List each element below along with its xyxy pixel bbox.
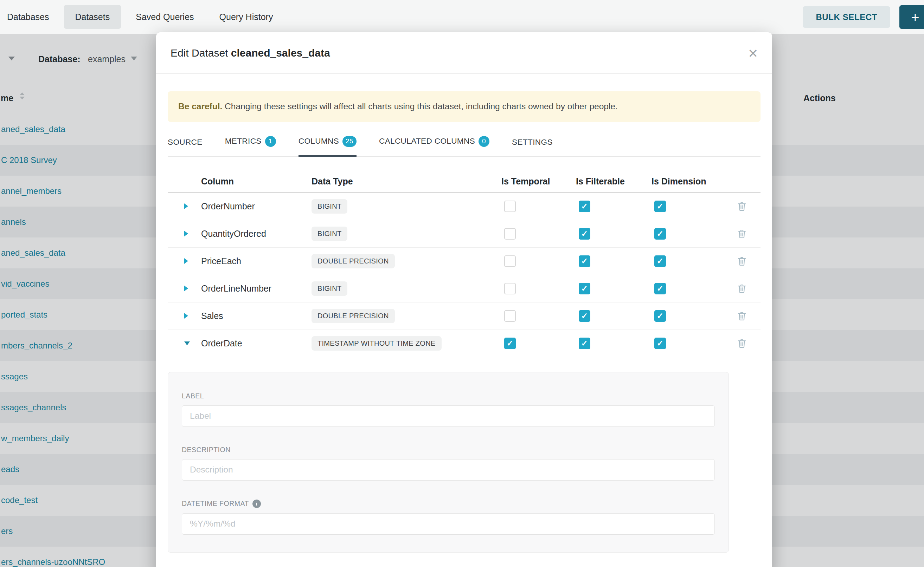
caret-down-icon <box>184 342 190 345</box>
warning-banner: Be careful. Changing these settings will… <box>168 92 760 122</box>
data-type-pill: TIMESTAMP WITHOUT TIME ZONE <box>312 336 442 351</box>
tab-label: SETTINGS <box>512 138 553 147</box>
field-label-text: DATETIME FORMAT <box>182 500 249 508</box>
top-nav: DatabasesDatasetsSaved QueriesQuery Hist… <box>0 0 924 34</box>
delete-icon[interactable] <box>737 228 747 239</box>
columns-table: ColumnData TypeIs TemporalIs FilterableI… <box>168 157 760 357</box>
is-dimension-checkbox[interactable]: ✓ <box>654 228 666 240</box>
is-filterable-checkbox[interactable]: ✓ <box>579 228 590 240</box>
is-filterable-checkbox[interactable]: ✓ <box>579 201 590 212</box>
column-detail-panel: LABELDESCRIPTIONDATETIME FORMATi <box>168 372 729 553</box>
col-header-column: Column <box>201 176 312 186</box>
warning-emphasis: Be careful. <box>178 102 222 111</box>
modal-title-dataset-name: cleaned_sales_data <box>231 47 330 58</box>
is-temporal-checkbox[interactable] <box>504 283 516 294</box>
column-name: OrderNumber <box>201 201 312 212</box>
is-temporal-checkbox[interactable] <box>504 310 516 322</box>
is-filterable-checkbox[interactable]: ✓ <box>579 283 590 294</box>
nav-tab-query-history[interactable]: Query History <box>207 0 286 34</box>
label-field: LABEL <box>182 392 715 427</box>
column-name: QuantityOrdered <box>201 229 312 239</box>
data-type-pill: DOUBLE PRECISION <box>312 309 395 323</box>
tab-label: CALCULATED COLUMNS <box>379 136 475 146</box>
modal-title: Edit Dataset cleaned_sales_data <box>170 47 330 59</box>
collapse-caret-icon[interactable] <box>184 342 190 345</box>
is-temporal-checkbox[interactable] <box>504 228 516 240</box>
is-dimension-checkbox[interactable]: ✓ <box>654 310 666 322</box>
nav-tabs: DatabasesDatasetsSaved QueriesQuery Hist… <box>0 0 286 34</box>
modal-title-prefix: Edit Dataset <box>170 47 228 58</box>
column-row: OrderLineNumberBIGINT✓✓ <box>168 275 760 303</box>
modal-body: Be careful. Changing these settings will… <box>156 74 772 567</box>
column-name: OrderDate <box>201 338 312 348</box>
description-field: DESCRIPTION <box>182 446 715 481</box>
tab-metrics[interactable]: METRICS1 <box>225 136 276 157</box>
tab-source[interactable]: SOURCE <box>168 138 203 157</box>
data-type-pill: BIGINT <box>312 281 348 296</box>
delete-icon[interactable] <box>737 283 747 294</box>
is-temporal-checkbox[interactable] <box>504 201 516 212</box>
nav-tab-databases[interactable]: Databases <box>0 0 62 34</box>
col-header-is-filterable: Is Filterable <box>576 176 652 186</box>
datetime-format-field: DATETIME FORMATi <box>182 500 715 535</box>
modal-header: Edit Dataset cleaned_sales_data × <box>156 32 772 74</box>
nav-tab-saved-queries[interactable]: Saved Queries <box>123 0 206 34</box>
caret-right-icon <box>184 258 188 264</box>
data-type-pill: BIGINT <box>312 226 348 241</box>
col-header-data-type: Data Type <box>312 176 501 186</box>
is-dimension-checkbox[interactable]: ✓ <box>654 338 666 349</box>
expand-caret-icon[interactable] <box>184 313 188 319</box>
tab-calculated-columns[interactable]: CALCULATED COLUMNS0 <box>379 136 489 157</box>
is-dimension-checkbox[interactable]: ✓ <box>654 255 666 267</box>
column-name: OrderLineNumber <box>201 284 312 294</box>
label-input[interactable] <box>182 405 715 427</box>
expand-caret-icon[interactable] <box>184 258 188 264</box>
column-name: Sales <box>201 311 312 321</box>
expand-caret-icon[interactable] <box>184 286 188 291</box>
info-icon[interactable]: i <box>253 500 261 508</box>
bulk-select-button[interactable]: BULK SELECT <box>803 6 890 28</box>
label-label: LABEL <box>182 392 715 400</box>
column-row: QuantityOrderedBIGINT✓✓ <box>168 220 760 248</box>
column-row: OrderNumberBIGINT✓✓ <box>168 193 760 220</box>
data-type-pill: BIGINT <box>312 199 348 214</box>
add-button[interactable]: + <box>899 5 924 29</box>
description-label: DESCRIPTION <box>182 446 715 454</box>
caret-right-icon <box>184 203 188 209</box>
tab-count-badge: 25 <box>342 136 357 147</box>
tab-columns[interactable]: COLUMNS25 <box>298 136 357 157</box>
columns-table-body: OrderNumberBIGINT✓✓QuantityOrderedBIGINT… <box>168 193 760 357</box>
tab-count-badge: 0 <box>479 136 489 147</box>
close-icon[interactable]: × <box>748 45 758 61</box>
expand-caret-icon[interactable] <box>184 203 188 209</box>
is-filterable-checkbox[interactable]: ✓ <box>579 255 590 267</box>
delete-icon[interactable] <box>737 201 747 212</box>
tab-label: COLUMNS <box>298 136 339 146</box>
datetime-format-input[interactable] <box>182 513 715 535</box>
caret-right-icon <box>184 286 188 291</box>
delete-icon[interactable] <box>737 310 747 321</box>
field-label-text: LABEL <box>182 392 204 400</box>
is-dimension-checkbox[interactable]: ✓ <box>654 283 666 294</box>
is-temporal-checkbox[interactable]: ✓ <box>504 338 516 349</box>
expand-caret-icon[interactable] <box>184 231 188 236</box>
app-screen: DatabasesDatasetsSaved QueriesQuery Hist… <box>0 0 924 567</box>
column-name: PriceEach <box>201 256 312 266</box>
description-input[interactable] <box>182 459 715 481</box>
col-header-is-temporal: Is Temporal <box>501 176 576 186</box>
tab-settings[interactable]: SETTINGS <box>512 138 553 157</box>
is-filterable-checkbox[interactable]: ✓ <box>579 310 590 322</box>
column-row: PriceEachDOUBLE PRECISION✓✓ <box>168 248 760 275</box>
nav-tab-datasets[interactable]: Datasets <box>64 5 121 29</box>
is-filterable-checkbox[interactable]: ✓ <box>579 338 590 349</box>
columns-table-header: ColumnData TypeIs TemporalIs FilterableI… <box>168 157 760 193</box>
delete-icon[interactable] <box>737 338 747 349</box>
delete-icon[interactable] <box>737 255 747 267</box>
datetime-format-label: DATETIME FORMATi <box>182 500 715 508</box>
is-temporal-checkbox[interactable] <box>504 255 516 267</box>
modal-tabs: SOURCEMETRICS1COLUMNS25CALCULATED COLUMN… <box>168 136 760 157</box>
tab-count-badge: 1 <box>265 136 276 147</box>
column-row: OrderDateTIMESTAMP WITHOUT TIME ZONE✓✓✓ <box>168 330 760 357</box>
data-type-pill: DOUBLE PRECISION <box>312 254 395 268</box>
is-dimension-checkbox[interactable]: ✓ <box>654 201 666 212</box>
